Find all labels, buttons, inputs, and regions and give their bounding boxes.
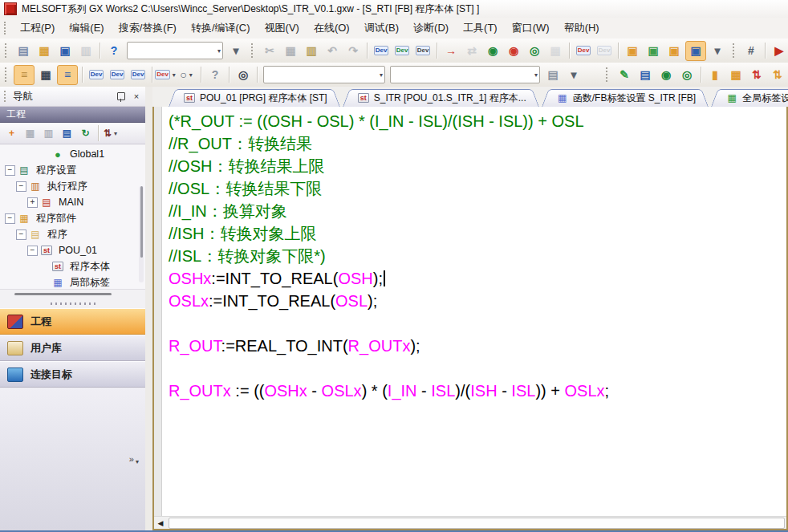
- monitor-mode-icon[interactable]: ▣: [685, 41, 706, 61]
- tree-expander-icon[interactable]: −: [5, 213, 15, 224]
- build-disabled-icon[interactable]: ▦: [546, 42, 565, 60]
- chevron-down-icon[interactable]: ▾: [136, 459, 139, 465]
- window-cascade-icon[interactable]: ▣: [623, 42, 642, 60]
- copy-data-icon[interactable]: ▦: [22, 125, 39, 141]
- sidebar-splitter-grip[interactable]: [0, 298, 145, 308]
- help-icon[interactable]: ?: [104, 42, 124, 60]
- redo-icon[interactable]: ↷: [343, 42, 363, 60]
- tree-item-pou01[interactable]: −POU_01: [0, 242, 145, 258]
- module-configuration-icon[interactable]: ▦: [36, 66, 55, 84]
- tree-item-main[interactable]: +MAIN: [0, 194, 145, 210]
- toolbar-grip[interactable]: [606, 67, 609, 82]
- pin-icon[interactable]: [115, 91, 128, 103]
- tree-vertical-scrollbar[interactable]: [139, 186, 144, 282]
- save-project-icon[interactable]: ▣: [55, 42, 75, 60]
- tree-item-program-parts[interactable]: −程序部件: [0, 210, 145, 226]
- tab-pou01-program[interactable]: POU_01 [PRG] 程序本体 [ST]: [169, 89, 340, 107]
- quick-access-combo[interactable]: ▾: [127, 42, 223, 59]
- document-edit-icon[interactable]: ▤: [636, 66, 655, 84]
- menu-convert-compile[interactable]: 转换/编译(C): [184, 18, 258, 39]
- tree-item-pou01-body[interactable]: 程序本体: [0, 258, 145, 274]
- device-comment-icon[interactable]: Dev: [574, 42, 593, 60]
- tab-sitr-program[interactable]: S_ITR [POU_01.S_ITR_1] 程序本...: [343, 89, 539, 107]
- source-verify-icon[interactable]: ◎: [677, 66, 697, 84]
- nav-button-user-library[interactable]: 用户库: [0, 335, 145, 361]
- open-project-icon[interactable]: ▦: [35, 42, 54, 60]
- new-project-icon[interactable]: ▤: [14, 42, 33, 60]
- sort-filter-icon[interactable]: ⇅▾: [103, 125, 120, 141]
- menu-online[interactable]: 在线(O): [307, 18, 357, 39]
- paste-icon[interactable]: ▥: [302, 42, 321, 60]
- code-viewport[interactable]: (*R_OUT := ((OSH - OSL) * (I_IN - ISL)/(…: [154, 107, 786, 516]
- zoom-icon[interactable]: ○▾: [177, 66, 197, 84]
- menu-edit[interactable]: 编辑(E): [62, 18, 111, 39]
- convert-all-icon[interactable]: ⇄: [462, 42, 481, 60]
- window-tile-icon[interactable]: ▣: [644, 42, 663, 60]
- page-find-icon[interactable]: ▤: [543, 66, 563, 84]
- nav-button-connection-destination[interactable]: 连接目标: [0, 361, 145, 388]
- navigation-window-icon[interactable]: ≡: [14, 65, 35, 85]
- program-check-red-icon[interactable]: ◉: [504, 42, 523, 60]
- nav-button-project[interactable]: 工程: [0, 308, 145, 335]
- intelligent-module-icon[interactable]: ▮: [705, 66, 725, 84]
- close-icon[interactable]: ×: [130, 91, 143, 103]
- edit-mode-icon[interactable]: ✎: [615, 66, 634, 84]
- tree-expander-icon[interactable]: +: [27, 197, 38, 208]
- menu-view[interactable]: 视图(V): [258, 18, 307, 39]
- device-find-icon[interactable]: Dev: [372, 42, 391, 60]
- device-tree-display-icon[interactable]: Dev: [128, 66, 148, 84]
- menu-help[interactable]: 帮助(H): [557, 18, 607, 39]
- paste-data-icon[interactable]: ▥: [40, 125, 57, 141]
- device-memory-icon[interactable]: Dev: [595, 42, 614, 60]
- tree-expander-icon[interactable]: −: [27, 246, 38, 256]
- toolbar-options-icon[interactable]: ▾: [226, 42, 246, 60]
- menu-diagnostics[interactable]: 诊断(D): [406, 18, 456, 39]
- new-data-icon[interactable]: +: [3, 125, 20, 141]
- navigation-grip[interactable]: [4, 91, 8, 102]
- tree-expander-icon[interactable]: −: [5, 165, 15, 176]
- menu-debug[interactable]: 调试(B): [357, 18, 406, 39]
- scrollbar-thumb[interactable]: [169, 518, 785, 529]
- cut-icon[interactable]: ✂: [260, 42, 279, 60]
- device-cross-ref-icon[interactable]: Dev: [392, 42, 412, 60]
- toolbar-grip[interactable]: [5, 43, 8, 58]
- tree-item-pou01-local-label[interactable]: 局部标签: [0, 274, 145, 289]
- program-check-icon[interactable]: ◉: [483, 42, 502, 60]
- undo-icon[interactable]: ↶: [323, 42, 342, 60]
- editor-horizontal-scrollbar[interactable]: ◀: [154, 516, 786, 529]
- find-binoculars-icon[interactable]: ◎: [234, 66, 253, 84]
- tab-global-label-settings[interactable]: 全局标签设置 Global1: [711, 89, 788, 107]
- read-from-plc-icon[interactable]: ⇅: [768, 66, 787, 84]
- find-history-combo[interactable]: ▾: [263, 66, 385, 83]
- program-verify-icon[interactable]: ◎: [525, 42, 544, 60]
- chevron-expand-icon[interactable]: »: [129, 455, 134, 464]
- toolbar-grip[interactable]: [733, 43, 736, 58]
- tree-expander-icon[interactable]: −: [16, 181, 26, 192]
- monitor-start-icon[interactable]: ▶: [770, 42, 788, 60]
- module-tool-icon[interactable]: ▦: [726, 66, 745, 84]
- refresh-view-icon[interactable]: ↻: [77, 125, 94, 141]
- device-batch-icon[interactable]: Dev: [413, 42, 433, 60]
- toolbar-grip[interactable]: [5, 67, 8, 82]
- data-property-icon[interactable]: ▤: [59, 125, 75, 141]
- print-icon[interactable]: ▥: [76, 42, 95, 60]
- remote-operation-icon[interactable]: #: [741, 42, 761, 60]
- device-comment-display-icon[interactable]: Dev: [87, 66, 106, 84]
- tree-horizontal-scrollbar[interactable]: [0, 289, 145, 298]
- scroll-left-arrow-icon[interactable]: ◀: [154, 518, 167, 529]
- tree-item-global1[interactable]: Global1: [0, 146, 145, 162]
- tree-expander-icon[interactable]: −: [16, 229, 26, 240]
- tree-item-execution-program[interactable]: −执行程序: [0, 178, 145, 194]
- context-help-icon[interactable]: ?: [205, 66, 225, 84]
- menu-window[interactable]: 窗口(W): [505, 18, 557, 39]
- toolbar-options2-icon[interactable]: ▾: [708, 42, 727, 60]
- copy-icon[interactable]: ▦: [281, 42, 300, 60]
- menu-tools[interactable]: 工具(T): [456, 18, 505, 39]
- toolbar-options3-icon[interactable]: ▾: [564, 66, 583, 84]
- project-tree[interactable]: Global1−程序设置−执行程序+MAIN−程序部件−程序−POU_01程序本…: [0, 144, 145, 289]
- tree-item-program-settings[interactable]: −程序设置: [0, 162, 145, 178]
- find-target-combo[interactable]: ▾: [390, 66, 540, 83]
- tree-item-program[interactable]: −程序: [0, 226, 145, 242]
- tab-fb-label-settings[interactable]: 函数/FB标签设置 S_ITR [FB]: [542, 89, 709, 107]
- window-arrange-icon[interactable]: ▣: [664, 42, 684, 60]
